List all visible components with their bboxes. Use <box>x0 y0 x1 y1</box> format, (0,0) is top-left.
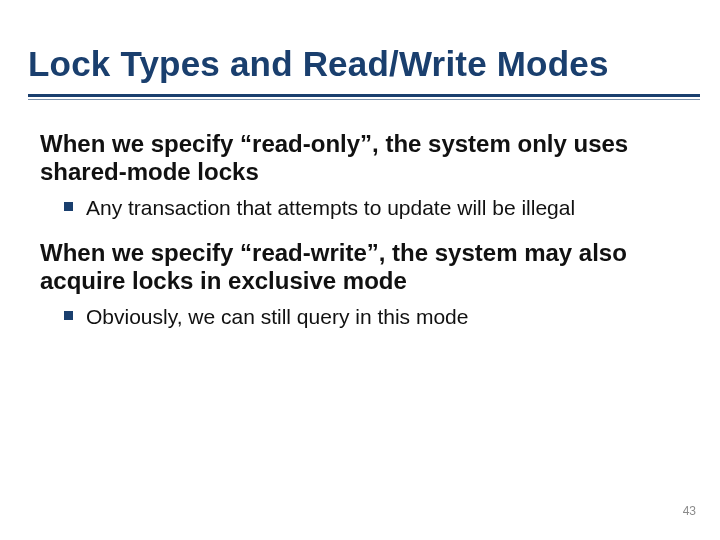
sub-bullet-1: Any transaction that attempts to update … <box>40 195 680 221</box>
slide: Lock Types and Read/Write Modes When we … <box>0 0 720 540</box>
body-paragraph-1: When we specify “read-only”, the system … <box>40 130 680 187</box>
body-paragraph-2: When we specify “read-write”, the system… <box>40 239 680 296</box>
sub-list-1: Any transaction that attempts to update … <box>40 195 680 221</box>
slide-title: Lock Types and Read/Write Modes <box>28 46 692 83</box>
sub-bullet-2: Obviously, we can still query in this mo… <box>40 304 680 330</box>
title-underline <box>28 94 700 100</box>
slide-content: When we specify “read-only”, the system … <box>40 130 680 348</box>
page-number: 43 <box>683 504 696 518</box>
sub-list-2: Obviously, we can still query in this mo… <box>40 304 680 330</box>
